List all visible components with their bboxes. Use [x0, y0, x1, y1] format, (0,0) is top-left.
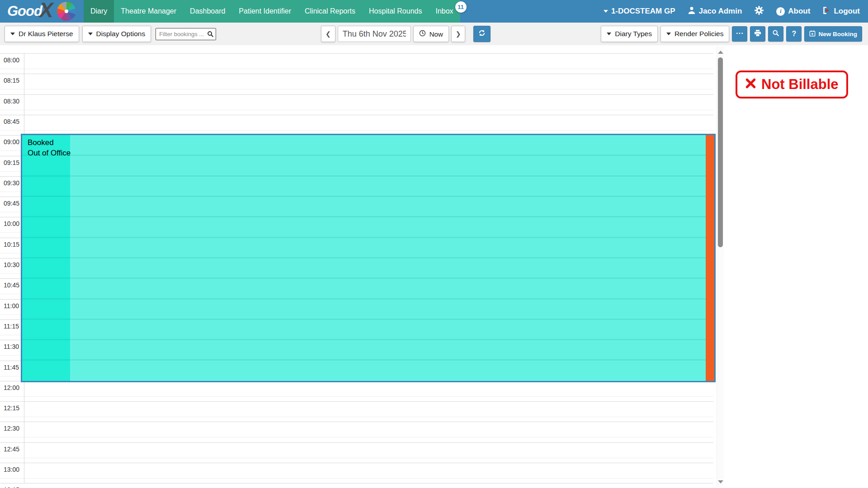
- event-slot-line: [22, 216, 706, 217]
- logo-text: Good: [7, 3, 42, 19]
- time-label: 11:00: [4, 302, 19, 310]
- display-options-label: Display Options: [96, 30, 146, 38]
- diary-slot-row[interactable]: 13:15: [0, 483, 713, 488]
- not-billable-badge: Not Billable: [736, 70, 848, 99]
- clock-icon: [419, 30, 426, 38]
- diary-slot-row[interactable]: 12:15: [0, 401, 713, 422]
- time-label: 09:30: [4, 179, 19, 187]
- refresh-button[interactable]: [473, 26, 491, 42]
- logo-x-glyph: X: [39, 0, 53, 22]
- render-policies-label: Render Policies: [675, 30, 724, 38]
- filter-bookings-wrap: [156, 28, 216, 40]
- nav-tab-inbox[interactable]: Inbox11: [429, 0, 460, 23]
- scroll-up-arrow-icon[interactable]: [718, 51, 723, 54]
- user-menu[interactable]: Jaco Admin: [688, 6, 742, 17]
- date-field[interactable]: [338, 26, 411, 42]
- date-nav-group: ❮ Now ❯: [321, 26, 491, 42]
- time-label: 11:30: [4, 343, 19, 350]
- booking-text: Booked Out of Office: [28, 137, 71, 158]
- nav-tab-theatre-manager[interactable]: Theatre Manager: [114, 0, 183, 23]
- nav-tab-diary[interactable]: Diary: [84, 0, 114, 23]
- logout-icon: [822, 6, 830, 17]
- chevron-down-icon: [10, 33, 15, 35]
- search-bookings-button[interactable]: [768, 26, 783, 42]
- time-label: 12:45: [4, 446, 19, 453]
- user-icon: [688, 6, 696, 17]
- practitioner-dropdown[interactable]: Dr Klaus Pieterse: [5, 26, 79, 42]
- toolbar-left-group: Dr Klaus Pieterse Display Options: [5, 26, 216, 42]
- about-label: About: [788, 7, 810, 16]
- info-icon: i: [776, 7, 785, 16]
- render-policies-dropdown[interactable]: Render Policies: [660, 26, 730, 42]
- nav-tab-clinical-reports[interactable]: Clinical Reports: [298, 0, 362, 23]
- practitioner-label: Dr Klaus Pieterse: [19, 30, 73, 38]
- user-name: Jaco Admin: [699, 7, 742, 16]
- chevron-right-icon: ❯: [456, 30, 461, 38]
- event-slot-line: [22, 237, 706, 238]
- booking-reason: Out of Office: [28, 148, 71, 158]
- more-actions-button[interactable]: ...: [732, 26, 747, 42]
- event-slot-line: [22, 339, 706, 340]
- new-booking-button[interactable]: New Booking: [804, 26, 862, 42]
- search-icon: [207, 31, 214, 39]
- scrollbar-thumb[interactable]: [718, 57, 723, 247]
- chevron-left-icon: ❮: [326, 30, 331, 38]
- diary-slot-row[interactable]: 08:30: [0, 94, 713, 115]
- entity-label: 1-DOCSTEAM GP: [611, 7, 675, 16]
- next-day-button[interactable]: ❯: [451, 26, 466, 42]
- vertical-scrollbar[interactable]: [717, 47, 724, 487]
- booking-status: Booked: [28, 137, 71, 148]
- calendar-plus-icon: [809, 30, 816, 38]
- time-label: 13:00: [4, 466, 19, 473]
- time-label: 08:00: [4, 56, 19, 64]
- event-slot-line: [22, 257, 706, 258]
- time-label: 10:30: [4, 261, 19, 268]
- event-slot-line: [22, 319, 706, 320]
- diary-types-dropdown[interactable]: Diary Types: [601, 26, 658, 42]
- diary-types-label: Diary Types: [615, 30, 652, 38]
- diary-slot-row[interactable]: 12:00: [0, 381, 713, 401]
- color-wheel-icon: [57, 2, 76, 21]
- diary-slot-row[interactable]: 08:45: [0, 115, 713, 135]
- x-mark-icon: [745, 76, 756, 93]
- time-label: 10:15: [4, 241, 19, 248]
- entity-selector[interactable]: 1-DOCSTEAM GP: [604, 7, 675, 16]
- prev-day-button[interactable]: ❮: [321, 26, 335, 42]
- time-label: 08:30: [4, 98, 19, 105]
- not-billable-label: Not Billable: [761, 76, 839, 93]
- topbar-right: 1-DOCSTEAM GP Jaco Admin: [604, 0, 868, 23]
- event-slot-line: [22, 359, 706, 361]
- time-label: 09:00: [4, 138, 19, 145]
- now-button[interactable]: Now: [413, 26, 449, 42]
- booking-event[interactable]: Booked Out of Office: [21, 134, 716, 382]
- diary-slot-row[interactable]: 12:45: [0, 442, 713, 463]
- logout-button[interactable]: Logout: [822, 6, 860, 17]
- time-label: 09:15: [4, 159, 19, 166]
- diary-slot-row[interactable]: 12:30: [0, 422, 713, 442]
- print-button[interactable]: [750, 26, 765, 42]
- help-button[interactable]: ?: [786, 26, 802, 42]
- about-button[interactable]: i About: [776, 7, 810, 16]
- event-slot-line: [22, 298, 706, 300]
- display-options-dropdown[interactable]: Display Options: [82, 26, 151, 42]
- diary-slot-row[interactable]: 08:00: [0, 53, 713, 74]
- nav-tab-hospital-rounds[interactable]: Hospital Rounds: [362, 0, 429, 23]
- booking-right-strip: [706, 135, 714, 381]
- settings-button[interactable]: [754, 5, 764, 18]
- nav-tab-patient-identifier[interactable]: Patient Identifier: [232, 0, 298, 23]
- time-label: 09:45: [4, 200, 19, 207]
- diary-slot-row[interactable]: 08:15: [0, 74, 713, 94]
- scroll-down-arrow-icon[interactable]: [718, 480, 723, 483]
- goodx-logo: Good X: [0, 0, 84, 23]
- diary-grid: 08:0008:1508:3008:4509:0009:1509:3009:45…: [0, 45, 868, 488]
- toolbar-right-group: Diary Types Render Policies ... ?: [601, 26, 862, 42]
- time-label: 10:45: [4, 282, 19, 289]
- question-icon: ?: [792, 30, 797, 38]
- logout-label: Logout: [834, 7, 860, 16]
- search-icon: [772, 29, 779, 38]
- time-label: 08:45: [4, 118, 19, 125]
- chevron-down-icon: [607, 33, 611, 35]
- diary-slot-row[interactable]: 13:00: [0, 463, 713, 483]
- nav-tab-dashboard[interactable]: Dashboard: [183, 0, 232, 23]
- inbox-count-badge: 11: [455, 1, 467, 13]
